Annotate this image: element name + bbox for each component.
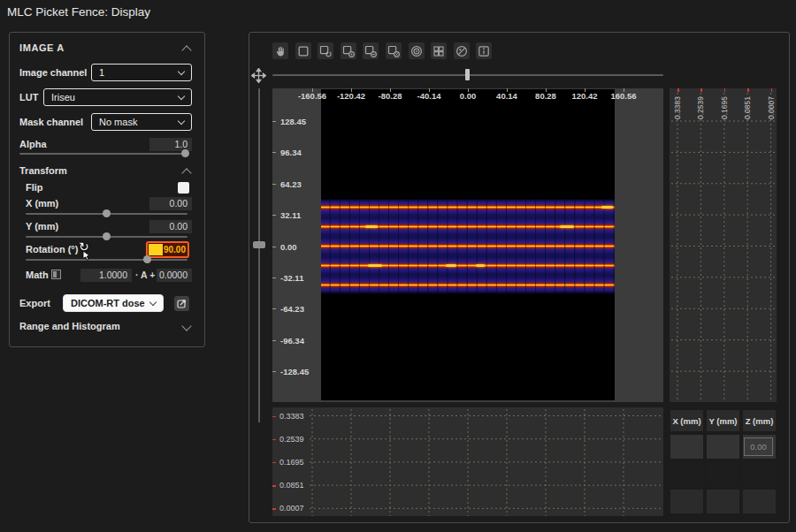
right-profile-tick-label: 0.2539 [696, 93, 705, 119]
x-axis-label: 80.28 [524, 91, 567, 101]
info-icon [477, 44, 491, 58]
mask-channel-label: Mask channel [19, 117, 83, 127]
y-axis-tick [272, 152, 276, 153]
right-profile-tick-label: 0.3383 [673, 93, 682, 119]
rotation-slider-handle[interactable] [143, 255, 151, 263]
picket-fence-image[interactable] [321, 89, 615, 400]
right-profile-tick [700, 88, 702, 92]
x-axis-label: 120.42 [563, 91, 606, 101]
export-run-button[interactable] [174, 296, 189, 311]
bottom-profile-tick [272, 416, 276, 418]
y-slider-handle[interactable] [103, 232, 111, 240]
y-axis-label: 32.11 [280, 210, 301, 220]
mask-channel-select[interactable]: No mask [91, 113, 192, 131]
bottom-profile-tick [272, 462, 276, 464]
bottom-profile-tick [272, 485, 276, 487]
lut-value: Iriseu [51, 92, 75, 103]
collapse-chevron-up-icon[interactable] [181, 45, 191, 55]
flip-checkbox[interactable] [178, 182, 189, 194]
bottom-profile-tick-label: 0.2539 [279, 435, 304, 444]
expand-chevron-down-icon[interactable] [181, 321, 191, 331]
x-mm-label: X (mm) [26, 198, 58, 209]
rotation-value-field[interactable]: 90.00 [146, 241, 189, 258]
coords-cell [670, 490, 703, 513]
tool-button-grid-view[interactable] [431, 42, 447, 59]
lut-select[interactable]: Iriseu [43, 88, 192, 106]
x-mm-value[interactable]: 0.00 [149, 197, 192, 210]
contrast-probe-icon [455, 44, 469, 58]
bottom-profile-grid [272, 407, 663, 516]
right-profile-tick [677, 88, 679, 92]
coords-header-z: Z (mm) [743, 410, 776, 431]
tool-button-info[interactable] [476, 42, 492, 59]
rect-delete-roi-icon [387, 44, 401, 58]
tool-button-pan-tool[interactable] [272, 42, 288, 59]
bottom-profile-plot[interactable] [272, 407, 663, 516]
transform-header: Transform [19, 165, 67, 176]
lut-label: LUT [19, 92, 38, 103]
hotspot [446, 264, 456, 268]
move-view-icon[interactable] [251, 68, 266, 83]
pan-tool-icon [273, 44, 287, 58]
y-axis-label: 64.23 [280, 179, 302, 189]
y-axis-tick [272, 215, 276, 216]
right-profile-plot[interactable] [670, 88, 777, 402]
y-axis-tick [272, 121, 276, 122]
y-axis-tick [272, 371, 276, 372]
right-profile-tick [724, 88, 726, 92]
image-channel-label: Image channel [19, 67, 87, 78]
grid-view-icon [432, 44, 446, 58]
export-select[interactable]: DICOM-RT dose [63, 294, 164, 312]
coords-input[interactable] [707, 435, 739, 459]
chevron-down-icon [149, 299, 157, 306]
tool-button-contrast-probe[interactable] [454, 42, 470, 59]
math-toggle-icon[interactable] [51, 270, 61, 279]
rect-add-roi-icon [341, 44, 356, 58]
tool-button-target[interactable] [409, 42, 425, 59]
y-axis-tick [272, 247, 276, 247]
tool-button-rect-delete-roi[interactable] [386, 42, 402, 59]
x-slider-handle[interactable] [103, 209, 111, 217]
rotation-label: Rotation (°) [26, 244, 78, 255]
hotspot [476, 264, 485, 268]
collapse-chevron-up-icon[interactable] [181, 168, 191, 178]
flip-label: Flip [26, 182, 43, 193]
tool-button-rect-roi[interactable] [295, 42, 311, 59]
y-axis-tick [272, 308, 276, 309]
rotation-fill [149, 244, 163, 255]
alpha-slider-track[interactable] [19, 153, 189, 155]
h-pan-slider-handle[interactable] [465, 69, 470, 80]
math-a-value[interactable]: 1.0000 [80, 269, 132, 282]
coords-header-y: Y (mm) [707, 410, 739, 431]
alpha-slider-handle[interactable] [181, 149, 189, 157]
image-plot[interactable] [272, 88, 663, 402]
y-mm-value[interactable]: 0.00 [149, 220, 192, 233]
tool-button-rect-rotate-roi[interactable] [318, 42, 333, 59]
leaf-gap-stripes [321, 199, 615, 295]
hotspot [365, 225, 378, 229]
x-axis-label: -160.56 [291, 91, 333, 101]
v-pan-slider-track[interactable] [258, 88, 260, 422]
x-axis-label: -120.42 [330, 91, 372, 101]
image-channel-select[interactable]: 1 [91, 64, 192, 81]
chevron-down-icon [178, 93, 185, 100]
x-axis-label: 40.14 [486, 91, 528, 101]
y-axis-label: 0.00 [280, 242, 297, 252]
image-channel-value: 1 [99, 67, 104, 78]
coords-input[interactable] [670, 435, 703, 459]
rect-subtract-roi-icon [364, 44, 378, 58]
tool-button-rect-subtract-roi[interactable] [363, 42, 379, 59]
math-b-value[interactable]: 0.0000 [157, 269, 192, 282]
y-axis-label: -32.11 [280, 273, 303, 283]
tool-button-rect-add-roi[interactable] [341, 42, 356, 59]
panel-header: IMAGE A [19, 42, 65, 53]
coords-z-input[interactable]: 0.00 [744, 437, 773, 456]
x-axis-label: 160.56 [602, 91, 645, 101]
rotation-slider-track[interactable] [26, 259, 188, 261]
y-axis-label: 96.34 [280, 148, 302, 157]
right-profile-tick [747, 88, 749, 92]
hotspot [601, 206, 613, 209]
v-pan-slider-handle[interactable] [253, 241, 265, 248]
alpha-label: Alpha [19, 139, 47, 149]
x-axis-label: 0.00 [447, 91, 489, 101]
